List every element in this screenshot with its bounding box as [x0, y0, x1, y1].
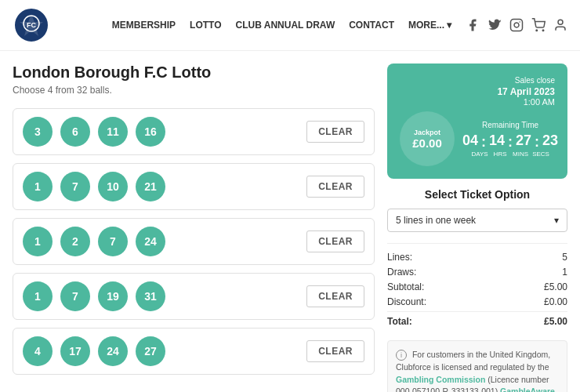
countdown-units: DAYS HRS MINS SECS — [462, 151, 558, 158]
unit-hrs: HRS — [491, 151, 509, 158]
sales-date: 17 April 2023 — [400, 86, 555, 97]
countdown-days: 04 — [462, 132, 478, 149]
summary-draws: Draws: 1 — [387, 267, 567, 278]
nav-club-annual-draw[interactable]: CLUB ANNUAL DRAW — [236, 20, 335, 31]
jackpot-box: Sales close 17 April 2023 1:00 AM Jackpo… — [387, 64, 567, 179]
cart-icon[interactable] — [531, 18, 546, 32]
nav-membership[interactable]: MEMBERSHIP — [112, 20, 176, 31]
balls-container: 171021 — [23, 172, 306, 201]
clear-button[interactable]: CLEAR — [306, 230, 364, 252]
summary-table: Lines: 5 Draws: 1 Subtotal: £5.00 Discou… — [387, 243, 567, 327]
summary-lines: Lines: 5 — [387, 252, 567, 263]
social-icons — [466, 18, 567, 32]
ticket-row: 171021CLEAR — [13, 163, 375, 210]
chevron-down-icon: ▾ — [447, 20, 451, 31]
instagram-icon[interactable] — [509, 18, 524, 32]
svg-rect-4 — [511, 20, 523, 31]
sales-close-label: Sales close — [400, 76, 555, 85]
lottery-ball[interactable]: 24 — [136, 227, 165, 256]
unit-days: DAYS — [471, 151, 488, 158]
clear-button[interactable]: CLEAR — [306, 121, 364, 143]
svg-point-7 — [542, 30, 544, 31]
lottery-ball[interactable]: 1 — [23, 281, 53, 311]
svg-text:FC: FC — [27, 21, 36, 29]
ticket-options-title: Select Ticket Option — [387, 188, 567, 201]
lottery-ball[interactable]: 11 — [98, 117, 128, 147]
total-label: Total: — [387, 316, 412, 327]
ticket-row: 361116CLEAR — [13, 108, 375, 155]
lottery-ball[interactable]: 27 — [136, 336, 165, 366]
jackpot-circle: Jackpot £0.00 — [400, 111, 455, 166]
clear-button[interactable]: CLEAR — [306, 285, 364, 307]
left-panel: London Borough F.C Lotto Choose 4 from 3… — [13, 64, 375, 392]
lotto-subtitle: Choose 4 from 32 balls. — [13, 85, 375, 96]
countdown-mins: 27 — [516, 132, 531, 149]
ticket-row: 12724CLEAR — [13, 218, 375, 265]
ticket-row: 171931CLEAR — [13, 273, 375, 320]
countdown: 04 : 14 : 27 : 23 — [462, 132, 558, 149]
lottery-ball[interactable]: 24 — [98, 336, 128, 366]
countdown-hrs: 14 — [489, 132, 505, 149]
subtotal-label: Subtotal: — [387, 281, 424, 292]
svg-point-8 — [558, 20, 563, 24]
lottery-ball[interactable]: 3 — [23, 117, 53, 147]
lottery-ball[interactable]: 7 — [60, 281, 90, 311]
lottery-ball[interactable]: 1 — [23, 172, 53, 201]
gambling-commission-link[interactable]: Gambling Commission — [396, 375, 488, 384]
sales-time: 1:00 AM — [400, 97, 555, 107]
ticket-row: 4172427CLEAR — [13, 328, 375, 375]
club-logo[interactable]: FC — [13, 6, 50, 44]
balls-container: 171931 — [23, 281, 306, 311]
unit-mins: MINS — [512, 151, 529, 158]
nav-links: MEMBERSHIP LOTTO CLUB ANNUAL DRAW CONTAC… — [112, 20, 451, 31]
svg-point-5 — [519, 21, 520, 23]
lottery-ball[interactable]: 17 — [60, 336, 90, 366]
lines-label: Lines: — [387, 252, 412, 263]
lottery-ball[interactable]: 7 — [98, 227, 128, 256]
info-text-before: For customers in the United Kingdom, Clu… — [396, 350, 550, 372]
lottery-ball[interactable]: 2 — [60, 227, 90, 256]
clear-button[interactable]: CLEAR — [306, 340, 364, 362]
nav-lotto[interactable]: LOTTO — [190, 20, 221, 31]
summary-discount: Discount: £0.00 — [387, 296, 567, 307]
right-panel: Sales close 17 April 2023 1:00 AM Jackpo… — [387, 64, 567, 392]
countdown-section: Remaining Time 04 : 14 : 27 : 23 DAYS HR… — [462, 121, 558, 158]
draws-value: 1 — [562, 267, 567, 278]
nav-more[interactable]: MORE... ▾ — [408, 20, 451, 31]
lotto-title: London Borough F.C Lotto — [13, 64, 375, 82]
user-icon[interactable] — [553, 18, 567, 32]
lottery-ball[interactable]: 6 — [60, 117, 90, 147]
info-box: i For customers in the United Kingdom, C… — [387, 340, 567, 392]
draws-label: Draws: — [387, 267, 416, 278]
lottery-ball[interactable]: 1 — [23, 227, 53, 256]
countdown-secs: 23 — [542, 132, 558, 149]
jackpot-amount: £0.00 — [412, 136, 442, 150]
discount-label: Discount: — [387, 296, 426, 307]
main-content: London Borough F.C Lotto Choose 4 from 3… — [0, 51, 580, 392]
lottery-ball[interactable]: 31 — [136, 281, 165, 311]
balls-container: 12724 — [23, 227, 306, 256]
lottery-ball[interactable]: 19 — [98, 281, 128, 311]
remaining-label: Remaining Time — [462, 121, 558, 129]
discount-value: £0.00 — [544, 296, 567, 307]
ticket-options: Select Ticket Option 5 lines in one week… — [387, 188, 567, 331]
navbar: FC MEMBERSHIP LOTTO CLUB ANNUAL DRAW CON… — [0, 0, 580, 51]
total-value: £5.00 — [544, 316, 567, 327]
subtotal-value: £5.00 — [544, 281, 567, 292]
unit-secs: SECS — [532, 151, 549, 158]
lottery-ball[interactable]: 21 — [136, 172, 165, 201]
gamble-aware-link[interactable]: GambleAware — [500, 387, 555, 392]
lines-value: 5 — [562, 252, 567, 263]
lottery-ball[interactable]: 4 — [23, 336, 53, 366]
lottery-ball[interactable]: 10 — [98, 172, 128, 201]
jackpot-label: Jackpot — [414, 129, 440, 136]
clear-button[interactable]: CLEAR — [306, 176, 364, 198]
ticket-option-select[interactable]: 5 lines in one week ▾ — [387, 209, 567, 232]
twitter-icon[interactable] — [488, 18, 502, 32]
balls-container: 4172427 — [23, 336, 306, 366]
nav-contact[interactable]: CONTACT — [349, 20, 394, 31]
facebook-icon[interactable] — [466, 18, 480, 32]
summary-subtotal: Subtotal: £5.00 — [387, 281, 567, 292]
lottery-ball[interactable]: 16 — [136, 117, 165, 147]
lottery-ball[interactable]: 7 — [60, 172, 90, 201]
